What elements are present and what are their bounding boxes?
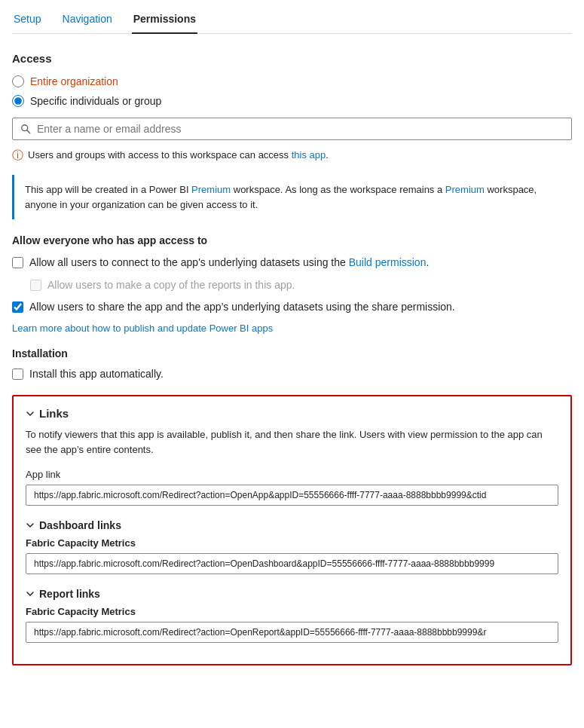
search-input[interactable]: [37, 123, 564, 135]
svg-line-1: [27, 130, 30, 133]
radio-entire-org[interactable]: Entire organization: [12, 75, 572, 87]
this-app-link[interactable]: this app: [292, 149, 326, 161]
dashboard-link-input[interactable]: [26, 553, 558, 574]
learn-more-link[interactable]: Learn more about how to publish and upda…: [12, 323, 572, 334]
tabs-nav: Setup Navigation Permissions: [12, 0, 572, 34]
access-title: Access: [12, 52, 572, 65]
checkbox-share-app: Allow users to share the app and the app…: [12, 300, 572, 315]
premium-text: Premium: [191, 184, 231, 195]
notice-text: This app will be created in a Power BI P…: [25, 184, 537, 210]
info-icon: ⓘ: [12, 148, 23, 163]
checkbox-install-auto: Install this app automatically.: [12, 367, 572, 382]
info-text: Users and groups with access to this wor…: [28, 149, 329, 161]
app-link-label: App link: [26, 469, 558, 480]
checkbox-share-app-label: Allow users to share the app and the app…: [29, 300, 455, 315]
checkbox-copy-reports: Allow users to make a copy of the report…: [30, 278, 572, 293]
allow-title: Allow everyone who has app access to: [12, 234, 572, 246]
checkbox-share-app-input[interactable]: [12, 301, 23, 313]
links-description: To notify viewers that this app is avail…: [26, 427, 558, 457]
checkbox-connect-datasets-label: Allow all users to connect to the app's …: [29, 255, 429, 271]
dashboard-links-header: Dashboard links: [26, 519, 558, 531]
search-box: [12, 118, 572, 140]
checkbox-install-auto-input[interactable]: [12, 369, 23, 380]
report-link-input[interactable]: [26, 622, 558, 643]
checkbox-install-auto-label: Install this app automatically.: [29, 367, 164, 382]
app-link-input[interactable]: [26, 485, 558, 506]
dashboard-item-label: Fabric Capacity Metrics: [26, 537, 558, 549]
radio-specific-individuals-input[interactable]: [12, 95, 24, 107]
links-section-title: Links: [39, 407, 69, 420]
tab-navigation[interactable]: Navigation: [61, 7, 114, 34]
radio-entire-org-label: Entire organization: [30, 75, 118, 87]
search-icon: [20, 124, 31, 134]
links-section: Links To notify viewers that this app is…: [12, 395, 572, 665]
build-permission-link[interactable]: Build permission: [349, 256, 427, 268]
installation-title: Installation: [12, 347, 572, 359]
radio-entire-org-input[interactable]: [12, 75, 24, 87]
tab-permissions[interactable]: Permissions: [132, 7, 197, 34]
radio-specific-individuals[interactable]: Specific individuals or group: [12, 95, 572, 107]
checkbox-copy-reports-input[interactable]: [30, 280, 41, 291]
links-chevron-icon: [26, 409, 35, 418]
report-links-header: Report links: [26, 588, 558, 600]
dashboard-links-label: Dashboard links: [39, 519, 121, 531]
access-radio-group: Entire organization Specific individuals…: [12, 75, 572, 107]
links-section-header: Links: [26, 407, 558, 420]
checkbox-copy-reports-label: Allow users to make a copy of the report…: [47, 278, 295, 293]
report-item-label: Fabric Capacity Metrics: [26, 606, 558, 617]
checkbox-connect-datasets: Allow all users to connect to the app's …: [12, 255, 572, 271]
info-row: ⓘ Users and groups with access to this w…: [12, 149, 572, 163]
premium-text-2: Premium: [445, 184, 485, 195]
report-chevron-icon: [26, 589, 35, 598]
checkbox-connect-datasets-input[interactable]: [12, 257, 23, 268]
tab-setup[interactable]: Setup: [12, 7, 43, 34]
notice-box: This app will be created in a Power BI P…: [12, 175, 572, 219]
report-links-label: Report links: [39, 588, 100, 600]
dashboard-chevron-icon: [26, 521, 35, 530]
radio-specific-individuals-label: Specific individuals or group: [30, 95, 161, 107]
